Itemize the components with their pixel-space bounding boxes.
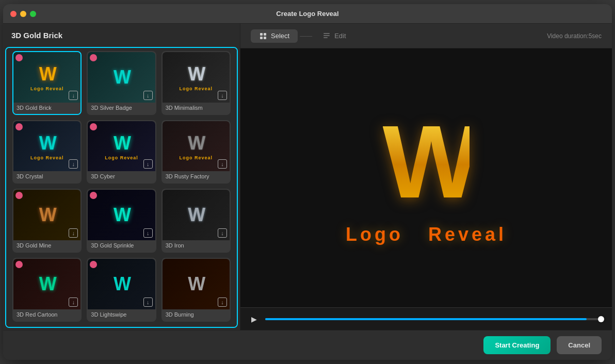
template-name: 3D Gold Brick <box>13 103 80 114</box>
template-item[interactable]: W↓3D Silver Badge <box>87 51 156 115</box>
template-name: 3D Burning <box>163 309 230 321</box>
download-icon[interactable]: ↓ <box>218 159 227 169</box>
template-item[interactable]: W↓3D Lightswipe <box>87 258 156 322</box>
left-panel: 3D Gold Brick WLogo Reveal↓3D Gold Brick… <box>3 24 240 330</box>
download-icon[interactable]: ↓ <box>69 91 78 100</box>
download-icon[interactable]: ↓ <box>143 228 153 238</box>
logo-text-part1: Logo <box>346 224 403 245</box>
start-creating-button[interactable]: Start Creating <box>483 336 551 354</box>
svg-rect-0 <box>260 33 263 36</box>
close-button[interactable] <box>10 11 17 17</box>
template-grid-border: WLogo Reveal↓3D Gold BrickW↓3D Silver Ba… <box>5 47 238 328</box>
big-logo-text: Logo Reveal <box>346 224 507 245</box>
tab-group: Select —— Edit <box>251 29 354 43</box>
download-icon[interactable]: ↓ <box>69 159 78 169</box>
app-window: Create Logo Reveal 3D Gold Brick WLogo R… <box>3 4 612 360</box>
maximize-button[interactable] <box>30 11 36 17</box>
edit-icon <box>322 32 331 40</box>
template-item[interactable]: W↓3D Iron <box>161 189 231 253</box>
svg-rect-1 <box>264 33 266 36</box>
duration-label: Video duration:5sec <box>547 32 602 40</box>
progress-thumb <box>598 316 604 322</box>
download-icon[interactable]: ↓ <box>143 91 153 100</box>
template-item[interactable]: W↓3D Burning <box>161 258 231 322</box>
download-icon[interactable]: ↓ <box>218 91 227 100</box>
selected-template-title: 3D Gold Brick <box>3 24 240 45</box>
play-button[interactable]: ▶ <box>249 314 259 324</box>
template-name: 3D Minimalism <box>163 103 230 114</box>
template-name: 3D Iron <box>163 240 230 252</box>
download-icon[interactable]: ↓ <box>69 228 78 238</box>
template-name: 3D Rusty Factory <box>163 171 230 183</box>
template-name: 3D Crystal <box>13 171 80 183</box>
big-w-logo: W <box>383 110 470 219</box>
template-name: 3D Lightswipe <box>88 309 155 321</box>
download-icon[interactable]: ↓ <box>143 159 153 169</box>
video-controls: ▶ <box>240 307 612 330</box>
logo-text-part2: Reveal <box>428 224 507 245</box>
svg-rect-2 <box>260 37 263 39</box>
badge-pink <box>15 123 23 130</box>
cancel-button[interactable]: Cancel <box>557 336 602 354</box>
grid-icon <box>259 32 267 40</box>
svg-rect-3 <box>264 37 266 39</box>
template-item[interactable]: W↓3D Gold Mine <box>12 189 82 253</box>
template-item[interactable]: WLogo Reveal↓3D Gold Brick <box>12 51 82 115</box>
template-name: 3D Cyber <box>88 171 155 183</box>
template-item[interactable]: WLogo Reveal↓3D Rusty Factory <box>161 120 231 184</box>
badge-pink <box>90 261 97 268</box>
template-grid: WLogo Reveal↓3D Gold BrickW↓3D Silver Ba… <box>12 51 231 327</box>
download-icon[interactable]: ↓ <box>69 297 78 307</box>
badge-pink <box>15 261 23 268</box>
template-grid-container[interactable]: WLogo Reveal↓3D Gold BrickW↓3D Silver Ba… <box>6 48 237 327</box>
svg-rect-6 <box>323 37 328 38</box>
svg-rect-5 <box>323 35 330 36</box>
badge-pink <box>15 54 23 61</box>
template-name: 3D Silver Badge <box>88 103 155 114</box>
titlebar: Create Logo Reveal <box>3 4 612 24</box>
template-item[interactable]: WLogo Reveal↓3D Minimalism <box>161 51 231 115</box>
progress-fill <box>265 318 587 320</box>
svg-rect-4 <box>323 33 330 34</box>
badge-pink <box>90 123 97 130</box>
preview-area: W Logo Reveal <box>240 48 612 307</box>
badge-pink <box>15 192 23 199</box>
template-item[interactable]: WLogo Reveal↓3D Crystal <box>12 120 82 184</box>
template-item[interactable]: WLogo Reveal↓3D Cyber <box>87 120 156 184</box>
tab-select-label: Select <box>271 32 289 40</box>
template-item[interactable]: W↓3D Red Cartoon <box>12 258 82 322</box>
download-icon[interactable]: ↓ <box>143 297 153 307</box>
download-icon[interactable]: ↓ <box>218 228 227 238</box>
content-area: 3D Gold Brick WLogo Reveal↓3D Gold Brick… <box>3 24 612 330</box>
template-item[interactable]: W↓3D Gold Sprinkle <box>87 189 156 253</box>
logo-preview: W Logo Reveal <box>346 110 507 245</box>
tab-connector: —— <box>298 32 314 40</box>
window-title: Create Logo Reveal <box>276 10 338 18</box>
traffic-lights <box>10 11 36 17</box>
minimize-button[interactable] <box>20 11 26 17</box>
badge-pink <box>90 54 97 61</box>
template-name: 3D Gold Sprinkle <box>88 240 155 252</box>
download-icon[interactable]: ↓ <box>218 297 227 307</box>
right-header: Select —— Edit Video <box>240 24 612 48</box>
tab-select[interactable]: Select <box>251 29 298 43</box>
right-panel: Select —— Edit Video <box>240 24 612 330</box>
progress-bar[interactable] <box>265 318 604 320</box>
tab-edit[interactable]: Edit <box>314 29 354 43</box>
bottom-bar: Start Creating Cancel <box>3 330 612 360</box>
template-name: 3D Red Cartoon <box>13 309 80 321</box>
template-name: 3D Gold Mine <box>13 240 80 252</box>
tab-edit-label: Edit <box>334 32 346 40</box>
badge-pink <box>90 192 97 199</box>
